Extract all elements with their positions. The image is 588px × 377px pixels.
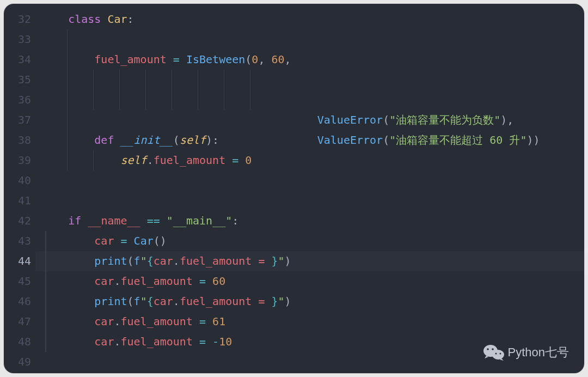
code-line[interactable]: self.fuel_amount = 0 xyxy=(35,150,584,171)
attribute: fuel_amount xyxy=(121,335,193,348)
line-number: 37 xyxy=(4,110,35,130)
code-line[interactable]: car.fuel_amount = 61 xyxy=(35,312,584,332)
brace: } xyxy=(271,295,278,308)
keyword-if: if xyxy=(68,214,81,227)
line-number: 46 xyxy=(4,291,35,312)
string: "__main__" xyxy=(167,214,232,227)
operator: = xyxy=(199,335,206,348)
line-number: 39 xyxy=(4,150,35,171)
code-line[interactable]: if __name__ == "__main__": xyxy=(35,211,584,231)
line-number: 44 xyxy=(4,251,35,271)
attribute: fuel_amount xyxy=(94,53,166,66)
line-number: 41 xyxy=(4,191,35,211)
code-area[interactable]: class Car: fuel_amount = IsBetween(0, 60… xyxy=(35,9,584,372)
punct: . xyxy=(147,154,154,167)
dunder-name: __name__ xyxy=(88,214,140,227)
svg-point-5 xyxy=(499,353,501,355)
svg-point-2 xyxy=(487,348,489,350)
punct: ) xyxy=(160,234,167,247)
indent-guides xyxy=(42,90,94,110)
wechat-icon xyxy=(483,344,505,361)
punct: . xyxy=(114,335,120,348)
punct: ) xyxy=(285,254,291,267)
code-editor-frame: 32 33 34 35 36 37 38 39 40 41 42 43 44 4… xyxy=(4,4,584,373)
variable: car xyxy=(94,315,114,328)
interp-attr: fuel_amount xyxy=(180,295,252,308)
line-number: 49 xyxy=(4,352,35,372)
code-line[interactable]: class Car: xyxy=(35,9,584,29)
string: " xyxy=(140,254,147,267)
operator: = xyxy=(199,275,206,288)
code-line[interactable]: car = Car() xyxy=(35,231,584,251)
call: IsBetween xyxy=(186,53,245,66)
keyword-class: class xyxy=(68,13,101,26)
brace: } xyxy=(271,254,278,267)
variable: car xyxy=(94,275,114,288)
code-line[interactable]: ValueError("油箱容量不能为负数"), xyxy=(35,70,584,90)
fstring-prefix: f xyxy=(134,254,140,267)
fstring-prefix: f xyxy=(134,295,140,308)
punct: . xyxy=(114,275,120,288)
line-number: 43 xyxy=(4,231,35,251)
code-line[interactable] xyxy=(35,191,584,211)
attribute: fuel_amount xyxy=(121,275,193,288)
block-indicator xyxy=(45,231,46,251)
svg-point-1 xyxy=(492,350,504,360)
line-number: 32 xyxy=(4,9,35,29)
punct: ( xyxy=(245,53,252,66)
line-number: 40 xyxy=(4,171,35,191)
punct: . xyxy=(173,295,180,308)
self-ref: self xyxy=(121,154,147,167)
number: 10 xyxy=(219,335,232,348)
punct: . xyxy=(114,315,120,328)
punct: . xyxy=(173,254,180,267)
self-param: self xyxy=(180,133,206,147)
brace: { xyxy=(147,254,154,267)
block-indicator xyxy=(45,251,46,271)
line-number: 47 xyxy=(4,312,35,332)
block-indicator xyxy=(45,312,46,332)
code-line[interactable] xyxy=(35,110,584,130)
code-line[interactable] xyxy=(35,171,584,191)
line-number: 38 xyxy=(4,130,35,150)
punct: ) xyxy=(285,295,291,308)
code-line[interactable]: ValueError("油箱容量不能超过 60 升")) xyxy=(35,90,584,110)
number: 61 xyxy=(212,315,225,328)
code-line-active[interactable]: print(f"{car.fuel_amount = }") xyxy=(35,251,584,271)
punct: ) xyxy=(206,133,212,147)
operator: == xyxy=(147,214,160,227)
punct: , xyxy=(285,53,291,66)
block-indicator xyxy=(45,332,46,352)
code-line[interactable]: print(f"{car.fuel_amount = }") xyxy=(35,291,584,312)
block-indicator xyxy=(45,271,46,291)
interp-obj: car xyxy=(154,254,173,267)
operator: = xyxy=(232,154,238,167)
variable: car xyxy=(94,234,114,247)
line-number: 33 xyxy=(4,29,35,50)
attribute: fuel_amount xyxy=(121,315,193,328)
punct: : xyxy=(232,214,238,227)
call: print xyxy=(94,295,127,308)
punct: : xyxy=(212,133,219,147)
punct: ( xyxy=(173,133,180,147)
interp-rest: = xyxy=(252,254,271,267)
number: 0 xyxy=(252,53,258,66)
string: " xyxy=(278,254,285,267)
string: " xyxy=(278,295,285,308)
number: 0 xyxy=(245,154,252,167)
code-line[interactable]: car.fuel_amount = 60 xyxy=(35,271,584,291)
operator: = xyxy=(121,234,127,247)
line-number: 34 xyxy=(4,50,35,70)
punct: ( xyxy=(127,254,134,267)
brace: { xyxy=(147,295,154,308)
keyword-def: def xyxy=(94,133,114,147)
operator: = xyxy=(173,53,180,66)
interp-rest: = xyxy=(252,295,271,308)
code-line[interactable]: def __init__(self): xyxy=(35,130,584,150)
code-line[interactable] xyxy=(35,29,584,50)
svg-point-3 xyxy=(492,348,494,350)
line-number: 48 xyxy=(4,332,35,352)
line-number: 36 xyxy=(4,90,35,110)
operator: - xyxy=(212,335,219,348)
code-line[interactable]: fuel_amount = IsBetween(0, 60, xyxy=(35,50,584,70)
